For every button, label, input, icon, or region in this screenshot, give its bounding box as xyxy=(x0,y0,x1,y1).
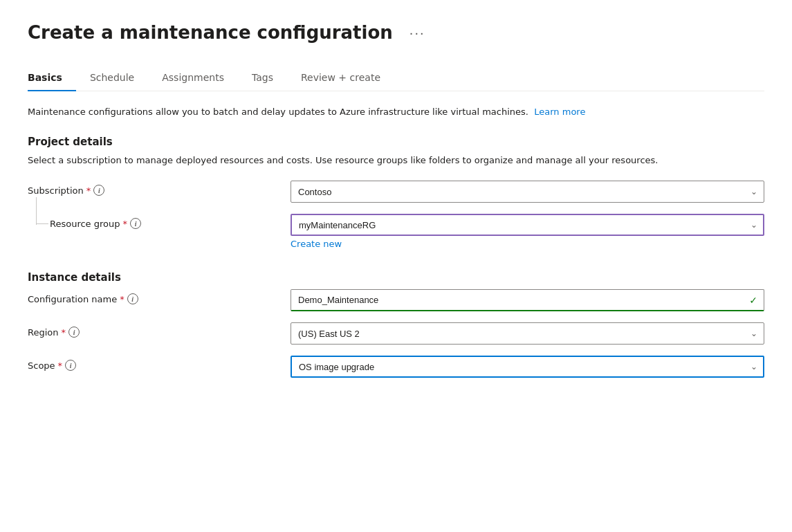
scope-row: Scope * i OS image upgrade ⌄ xyxy=(28,356,764,378)
subscription-info-icon[interactable]: i xyxy=(93,185,104,196)
resource-group-row: Resource group * i myMaintenanceRG ⌄ Cre… xyxy=(28,214,764,249)
subscription-required: * xyxy=(86,185,91,196)
page-title: Create a maintenance configuration xyxy=(28,22,393,43)
resource-group-info-icon[interactable]: i xyxy=(130,218,141,229)
scope-input-col: OS image upgrade ⌄ xyxy=(291,356,764,378)
resource-group-input-col: myMaintenanceRG ⌄ Create new xyxy=(291,214,764,249)
tab-review-create[interactable]: Review + create xyxy=(287,65,394,91)
region-info-icon[interactable]: i xyxy=(68,327,80,338)
instance-details-title: Instance details xyxy=(28,271,764,284)
scope-select[interactable]: OS image upgrade xyxy=(291,356,764,378)
project-details-section: Project details Select a subscription to… xyxy=(28,136,764,250)
scope-select-wrapper: OS image upgrade ⌄ xyxy=(291,356,764,378)
resource-group-required: * xyxy=(123,219,128,229)
configuration-name-row: Configuration name * i ✓ xyxy=(28,289,764,311)
project-details-description: Select a subscription to manage deployed… xyxy=(28,154,692,167)
page-description: Maintenance configurations allow you to … xyxy=(28,105,692,119)
region-label: Region * i xyxy=(28,327,80,338)
configuration-name-label: Configuration name * i xyxy=(28,293,138,304)
project-details-title: Project details xyxy=(28,136,764,148)
create-new-resource-group-link[interactable]: Create new xyxy=(291,239,342,249)
configuration-name-wrapper: ✓ xyxy=(291,289,764,311)
learn-more-link[interactable]: Learn more xyxy=(534,107,585,117)
scope-required: * xyxy=(58,360,63,371)
resource-group-select-wrapper: myMaintenanceRG ⌄ xyxy=(291,214,764,236)
subscription-select-wrapper: Contoso ⌄ xyxy=(291,181,764,203)
subscription-row: Subscription * i Contoso ⌄ xyxy=(28,181,764,203)
region-input-col: (US) East US 2 ⌄ xyxy=(291,322,764,345)
tab-tags[interactable]: Tags xyxy=(238,65,287,91)
tab-bar: Basics Schedule Assignments Tags Review … xyxy=(28,65,764,91)
resource-group-select[interactable]: myMaintenanceRG xyxy=(291,214,764,236)
subscription-input-col: Contoso ⌄ xyxy=(291,181,764,203)
tab-schedule[interactable]: Schedule xyxy=(76,65,148,91)
region-select[interactable]: (US) East US 2 xyxy=(291,322,764,345)
scope-info-icon[interactable]: i xyxy=(65,360,76,371)
region-select-wrapper: (US) East US 2 ⌄ xyxy=(291,322,764,345)
region-row: Region * i (US) East US 2 ⌄ xyxy=(28,322,764,345)
configuration-name-input-col: ✓ xyxy=(291,289,764,311)
instance-details-section: Instance details Configuration name * i … xyxy=(28,271,764,378)
ellipsis-menu-button[interactable]: ··· xyxy=(404,24,431,42)
scope-label: Scope * i xyxy=(28,360,76,371)
configuration-name-info-icon[interactable]: i xyxy=(127,293,138,304)
resource-group-label: Resource group * i xyxy=(50,218,141,229)
tab-basics[interactable]: Basics xyxy=(28,65,76,91)
subscription-select[interactable]: Contoso xyxy=(291,181,764,203)
subscription-label: Subscription * i xyxy=(28,185,104,196)
tab-assignments[interactable]: Assignments xyxy=(148,65,238,91)
region-required: * xyxy=(62,327,66,338)
configuration-name-check-icon: ✓ xyxy=(749,295,757,306)
configuration-name-required: * xyxy=(120,294,125,304)
configuration-name-input[interactable] xyxy=(291,289,764,311)
